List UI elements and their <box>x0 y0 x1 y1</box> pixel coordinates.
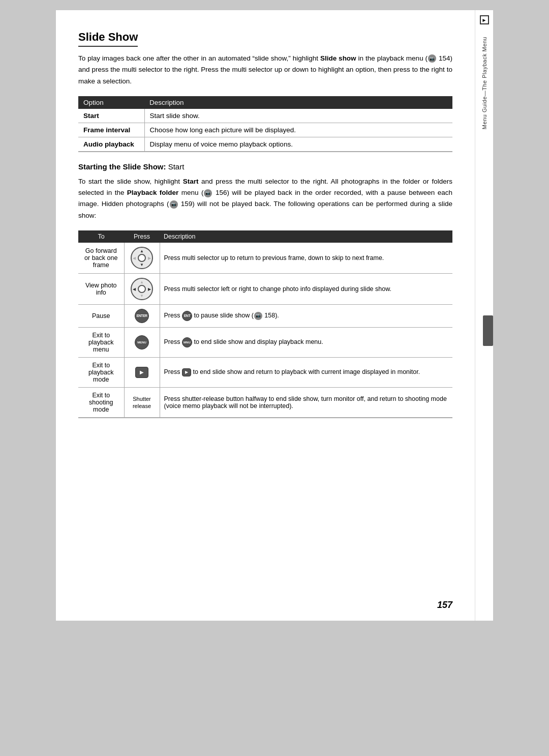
section-heading-normal: Start <box>168 162 185 171</box>
press-cell: ▲ ▼ ◀ ▶ <box>124 273 160 304</box>
page-number: 157 <box>437 600 452 610</box>
desc-cell: Choose how long each picture will be dis… <box>144 123 452 137</box>
desc-cell: Press ▶ to end slide show and return to … <box>160 357 452 387</box>
option-cell: Frame interval <box>78 123 144 137</box>
scroll-indicator[interactable] <box>483 315 493 346</box>
main-content: Slide Show To play images back one after… <box>56 10 475 621</box>
page-wrapper: Slide Show To play images back one after… <box>56 10 493 621</box>
desc-cell: Start slide show. <box>144 109 452 123</box>
section-body-text: To start the slide show, highlight Start… <box>78 176 452 221</box>
description-col-header: Description <box>144 96 452 109</box>
desc-cell: Press ENT to pause slide show (📷 158). <box>160 304 452 327</box>
press-cell: Shutterrelease <box>124 387 160 418</box>
desc-col-header: Description <box>160 230 452 243</box>
shutter-release-label: Shutterrelease <box>133 395 151 410</box>
press-cell: ENTER <box>124 304 160 327</box>
multi-selector-ud-icon: ▲ ▼ ◀ ▶ <box>131 247 153 269</box>
section-heading: Starting the Slide Show: Start <box>78 162 452 171</box>
press-cell: ▲ ▼ ◀ ▶ <box>124 243 160 274</box>
enter-button-icon: ENTER <box>135 309 149 323</box>
operations-table: To Press Description Go forward or back … <box>78 230 452 418</box>
to-cell: View photo info <box>78 273 124 304</box>
desc-cell: Press MNU to end slide show and display … <box>160 327 452 357</box>
ops-row-photo-info: View photo info ▲ ▼ ◀ ▶ <box>78 273 452 304</box>
to-col-header: To <box>78 230 124 243</box>
ops-row-pause: Pause ENTER Press ENT to pause slide sho… <box>78 304 452 327</box>
to-cell: Go forward or back one frame <box>78 243 124 274</box>
press-col-header: Press <box>124 230 160 243</box>
ops-row-exit-playback: Exit to playback mode ▶ Press ▶ to end s… <box>78 357 452 387</box>
to-cell: Exit to playback mode <box>78 357 124 387</box>
option-cell: Audio playback <box>78 137 144 152</box>
to-cell: Exit to playback menu <box>78 327 124 357</box>
press-cell: MENU <box>124 327 160 357</box>
table-row: Audio playback Display menu of voice mem… <box>78 137 452 152</box>
desc-cell: Display menu of voice memo playback opti… <box>144 137 452 152</box>
press-cell: ▶ <box>124 357 160 387</box>
to-cell: Pause <box>78 304 124 327</box>
sidebar: ► Menu Guide—The Playback Menu <box>475 10 493 621</box>
option-cell: Start <box>78 109 144 123</box>
page-title: Slide Show <box>78 31 138 47</box>
playback-icon: ► <box>480 15 489 24</box>
intro-paragraph: To play images back one after the other … <box>78 53 452 87</box>
desc-cell: Press multi selector up to return to pre… <box>160 243 452 274</box>
desc-cell: Press shutter-release button halfway to … <box>160 387 452 418</box>
to-cell: Exit to shooting mode <box>78 387 124 418</box>
table-row: Start Start slide show. <box>78 109 452 123</box>
ops-row-exit-menu: Exit to playback menu MENU Press MNU to … <box>78 327 452 357</box>
ops-row-exit-shooting: Exit to shooting mode Shutterrelease Pre… <box>78 387 452 418</box>
play-button-icon: ▶ <box>135 367 148 378</box>
section-heading-bold: Starting the Slide Show: <box>78 162 166 171</box>
desc-cell: Press multi selector left or right to ch… <box>160 273 452 304</box>
menu-button-icon: MENU <box>135 335 149 350</box>
option-table: Option Description Start Start slide sho… <box>78 96 452 152</box>
sidebar-label: Menu Guide—The Playback Menu <box>481 37 487 129</box>
multi-selector-lr-icon: ▲ ▼ ◀ ▶ <box>131 278 153 300</box>
ops-row-forward-back: Go forward or back one frame ▲ ▼ ◀ ▶ <box>78 243 452 274</box>
table-row: Frame interval Choose how long each pict… <box>78 123 452 137</box>
option-col-header: Option <box>78 96 144 109</box>
